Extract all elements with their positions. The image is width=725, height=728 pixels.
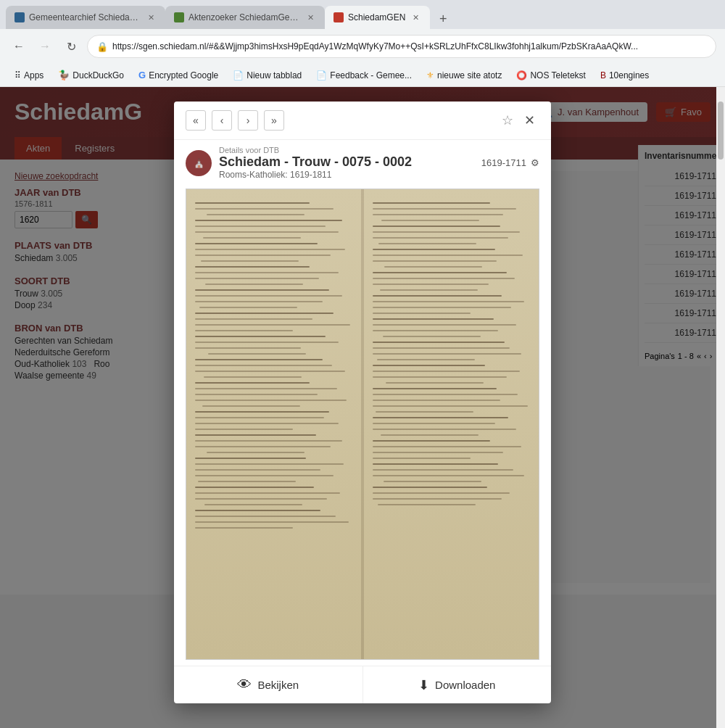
manuscript-right-col	[364, 189, 539, 659]
bookmark-10engines[interactable]: B 10engines	[594, 69, 655, 82]
bekijken-button[interactable]: 👁 Bekijken	[174, 666, 363, 703]
tab-close-1[interactable]: ✕	[145, 12, 157, 23]
bookmark-10engines-label: 10engines	[609, 70, 649, 80]
modal-footer: 👁 Bekijken ⬇ Downloaden	[174, 666, 551, 703]
tab-schiedamgen[interactable]: SchiedamGEN ✕	[325, 6, 430, 29]
feedback-icon: 📄	[316, 70, 327, 80]
nieuw-tabblad-icon: 📄	[233, 70, 244, 80]
tab-close-2[interactable]: ✕	[304, 12, 316, 23]
tab-title-2: Aktenzoeker SchiedamGen | Gem...	[188, 12, 300, 22]
modal-info-left: ⛪ Details voor DTB Schiedam - Trouw - 00…	[186, 146, 412, 180]
duckduckgo-icon: 🦆	[58, 70, 70, 80]
modal-image-container	[186, 189, 539, 660]
bookmark-nieuwe-site-label: nieuwe site atotz	[437, 70, 502, 80]
nieuwe-site-icon: ⚜	[426, 70, 434, 80]
tab-aktenzoeker[interactable]: Aktenzoeker SchiedamGen | Gem... ✕	[165, 6, 325, 29]
bookmark-duckduckgo-label: DuckDuckGo	[72, 70, 124, 80]
back-button[interactable]: ←	[9, 36, 29, 57]
bookmark-feedback-label: Feedback - Gemee...	[330, 70, 412, 80]
bekijken-label: Bekijken	[257, 679, 299, 691]
new-tab-button[interactable]: +	[433, 9, 453, 29]
bookmark-nos-label: NOS Teletekst	[530, 70, 585, 80]
dtb-details-label: Details voor DTB	[219, 146, 412, 154]
modal-settings-icon[interactable]: ⚙	[531, 157, 539, 168]
modal-header-right: ☆ ✕	[502, 110, 539, 131]
tab-bar: Gemeentearchief Schiedam | Gem... ✕ Akte…	[0, 0, 725, 29]
google-icon: G	[138, 70, 146, 80]
bookmark-nieuwe-site[interactable]: ⚜ nieuwe site atotz	[420, 69, 508, 82]
page-content: SchiedamG 👤 J. van Kampenhout 🛒 Favo Akt…	[0, 87, 725, 728]
bookmarks-bar: ⠿ Apps 🦆 DuckDuckGo G Encrypted Google 📄…	[0, 64, 725, 87]
bookmark-apps-label: Apps	[24, 70, 44, 80]
dtb-icon: ⛪	[186, 150, 212, 176]
modal-nav-prev[interactable]: ‹	[212, 110, 232, 131]
modal-year-text: 1619-1711	[481, 157, 526, 168]
bookmark-feedback[interactable]: 📄 Feedback - Gemee...	[310, 69, 418, 82]
modal-nav: « ‹ › »	[186, 110, 284, 131]
nos-icon: ⭕	[516, 70, 527, 80]
modal-nav-last[interactable]: »	[264, 110, 284, 131]
modal-close-button[interactable]: ✕	[519, 110, 539, 131]
tab-close-3[interactable]: ✕	[410, 12, 421, 23]
modal-nav-next[interactable]: ›	[238, 110, 258, 131]
bookmark-nieuw-label: Nieuw tabblad	[246, 70, 302, 80]
modal-year: 1619-1711 ⚙	[481, 157, 539, 168]
forward-button[interactable]: →	[35, 36, 55, 57]
dtb-icon-symbol: ⛪	[194, 158, 204, 168]
tab-favicon-gem	[14, 12, 25, 22]
manuscript-image	[186, 189, 539, 659]
eye-icon: 👁	[237, 677, 252, 693]
bookmark-apps[interactable]: ⠿ Apps	[9, 69, 49, 82]
tab-favicon-akt	[174, 12, 184, 22]
lock-icon: 🔒	[96, 41, 108, 52]
address-bar: ← → ↻ 🔒 https://sgen.schiedam.nl/#&&Wjjm…	[0, 29, 725, 64]
browser-chrome: Gemeentearchief Schiedam | Gem... ✕ Akte…	[0, 0, 725, 87]
reload-button[interactable]: ↻	[61, 36, 81, 57]
tab-favicon-sgen	[334, 12, 344, 22]
bookmark-nieuw-tabblad[interactable]: 📄 Nieuw tabblad	[227, 69, 307, 82]
modal-info: ⛪ Details voor DTB Schiedam - Trouw - 00…	[174, 140, 551, 183]
download-icon: ⬇	[418, 677, 429, 693]
dtb-title-group: Details voor DTB Schiedam - Trouw - 0075…	[219, 146, 412, 180]
modal-header: « ‹ › » ☆ ✕	[174, 102, 551, 140]
modal-star-icon[interactable]: ☆	[502, 112, 513, 128]
apps-icon: ⠿	[14, 70, 21, 80]
tab-title-1: Gemeentearchief Schiedam | Gem...	[29, 12, 141, 22]
page-scrollbar[interactable]	[716, 87, 725, 728]
url-text: https://sgen.schiedam.nl/#&&Wjjmp3himsHx…	[112, 41, 707, 51]
modal: « ‹ › » ☆ ✕ ⛪ Details voor DTB	[174, 102, 551, 703]
bookmark-nos[interactable]: ⭕ NOS Teletekst	[510, 69, 591, 82]
scrollbar-thumb[interactable]	[718, 102, 724, 160]
tab-title-3: SchiedamGEN	[348, 12, 405, 22]
dtb-record-title: Schiedam - Trouw - 0075 - 0002	[219, 154, 412, 170]
downloaden-button[interactable]: ⬇ Downloaden	[363, 666, 552, 703]
bookmark-google-label: Encrypted Google	[149, 70, 218, 80]
downloaden-label: Downloaden	[435, 679, 495, 691]
modal-overlay: « ‹ › » ☆ ✕ ⛪ Details voor DTB	[0, 87, 725, 728]
modal-nav-first[interactable]: «	[186, 110, 206, 131]
bookmark-duckduckgo[interactable]: 🦆 DuckDuckGo	[52, 68, 130, 82]
10engines-icon: B	[600, 70, 606, 80]
tab-gemeentearchief[interactable]: Gemeentearchief Schiedam | Gem... ✕	[6, 6, 165, 29]
manuscript-left-col	[186, 189, 361, 659]
dtb-record-subtitle: Rooms-Katholiek: 1619-1811	[219, 170, 412, 180]
bookmark-google[interactable]: G Encrypted Google	[133, 68, 224, 82]
url-bar[interactable]: 🔒 https://sgen.schiedam.nl/#&&Wjjmp3hims…	[87, 35, 716, 58]
